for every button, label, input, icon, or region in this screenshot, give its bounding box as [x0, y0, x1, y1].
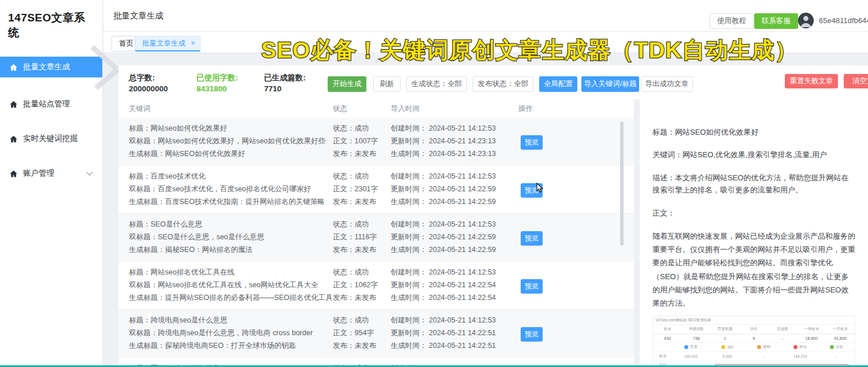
row-updated: 更新时间： 2024-05-21 14:22:54 — [391, 280, 515, 290]
preview-button[interactable]: 预览 — [521, 231, 543, 246]
col-status: 状态 — [333, 104, 391, 114]
engine-corner — [653, 343, 673, 352]
row-gen-time: 生成时间： 2024-05-21 14:22:54 — [391, 292, 515, 303]
import-keywords-button[interactable]: 导入关键词/标题 — [581, 76, 639, 92]
table-row: 标题：网站seo排名优化工具在线 双标题：网站seo排名优化工具在线，seo网站… — [118, 262, 634, 310]
sogou-icon — [757, 345, 761, 349]
mini-value: 738 — [682, 335, 711, 343]
row-updated: 更新时间： 2024-05-21 14:23:13 — [391, 136, 515, 146]
metric-value: 148,234 — [782, 352, 818, 361]
row-updated: 更新时间： 2024-05-21 14:22:59 — [391, 184, 515, 194]
article-table: 关键词 状态 导入时间 操作 标题：网站seo如何优化效果好 双标题：网站seo… — [118, 99, 634, 365]
row-created: 创建时间： 2024-05-21 14:12:53 — [391, 171, 515, 181]
embed-caption: 147seo.com网站的 SEO查询结果 — [653, 316, 855, 324]
mini-value: 18,500 — [797, 335, 826, 343]
clear-articles-button[interactable]: 清空文章 — [844, 74, 868, 88]
preview-button[interactable]: 预览 — [521, 279, 543, 294]
refresh-button[interactable]: 刷新 — [373, 76, 400, 92]
row-gen-time: 生成时间： 2024-05-21 14:22:59 — [391, 197, 515, 207]
mini-value: - — [768, 335, 797, 343]
row-double-title: 双标题：百度seo技术优化，百度seo排名优化公司哪家好 — [129, 184, 333, 194]
generate-status-filter[interactable]: 生成状态：全部 — [406, 76, 467, 92]
baidu-icon — [684, 345, 688, 349]
article-preview-panel: 标题：网站SEO如何优化效果好 关键词：网站SEO,优化效果,搜索引擎排名,流量… — [640, 99, 868, 365]
engine-header-row: 百度 360 搜狗 神马 谷歌 — [653, 343, 855, 352]
row-publish: 发布：未发布 — [333, 197, 391, 207]
col-import-time: 导入时间 — [391, 104, 515, 114]
row-gen-time: 生成时间： 2024-05-21 14:23:13 — [391, 149, 515, 159]
metric-value: 146,000 — [673, 352, 709, 361]
row-title: 标题：跨境电商seo是什么意思 — [129, 315, 333, 325]
row-created: 创建时间： 2024-05-21 14:12:53 — [391, 219, 515, 229]
row-generated-title: 生成标题：探秘跨境电商SEO：打开全球市场的钥匙 — [129, 340, 333, 351]
avatar[interactable] — [798, 13, 814, 28]
row-updated: 更新时间： 2024-05-21 14:22:59 — [391, 232, 515, 242]
vertical-scrollbar[interactable] — [620, 121, 624, 246]
row-words: 正文：1062字 — [333, 280, 391, 290]
row-words: 正文：1007字 — [333, 136, 391, 146]
row-title: 标题：网站seo如何优化效果好 — [129, 123, 333, 134]
export-success-button[interactable]: 导出成功文章 — [641, 76, 693, 92]
engine-sogou: 搜狗 — [745, 343, 782, 352]
start-generate-button[interactable]: 开始生成 — [328, 76, 366, 92]
promo-title: SEO必备！关键词原创文章生成器（TDK自动生成） — [261, 35, 798, 66]
stat-total-words: 总字数: 200000000 — [129, 72, 168, 94]
row-publish: 发布：未发布 — [333, 244, 391, 255]
col-keyword: 关键词 — [118, 104, 333, 114]
engine-shenma: 神马 — [782, 343, 818, 352]
engine-google: 谷歌 — [818, 343, 855, 352]
reset-failed-button[interactable]: 重置失败文章 — [785, 74, 838, 88]
metric-value: - — [673, 361, 709, 365]
row-generated-title: 生成标题：提升网站SEO排名的必备利器——SEO排名优化工具在线 — [129, 292, 333, 303]
mini-header: 收录 — [653, 325, 682, 334]
contact-support-button[interactable]: 联系客服 — [754, 13, 798, 29]
global-config-button[interactable]: 全局配置 — [539, 76, 577, 92]
metric-value: 6,963 — [709, 352, 745, 361]
row-gen-time: 生成时间： 2024-05-21 14:22:59 — [391, 244, 515, 255]
row-publish: 发布：未发布 — [333, 149, 391, 159]
seo-result-screenshot: 147seo.com网站的 SEO查询结果 收录 关键词数 百度权重 排名 反链… — [652, 316, 855, 365]
table-row: 标题：网站seo如何优化效果好 双标题：网站seo如何优化效果好，网站seo如何… — [118, 118, 634, 166]
stat-label: 已生成篇数: — [264, 72, 306, 83]
publish-status-filter[interactable]: 发布状态：全部 — [473, 76, 533, 92]
stat-used-words: 已使用字数: 8431800 — [196, 72, 238, 94]
sidebar-item-account[interactable]: 账户管理 — [0, 163, 102, 184]
preview-button[interactable]: 预览 — [521, 135, 543, 150]
row-title: 标题：百度seo技术优化 — [129, 171, 333, 181]
mouse-cursor — [536, 183, 544, 193]
row-double-title: 双标题：跨境电商seo是什么意思，跨境电商 cross border — [129, 328, 333, 338]
row-double-title: 双标题：网站seo排名优化工具在线，seo网站优化工具大全 — [129, 280, 333, 290]
tab-batch-article[interactable]: 批量文章生成 × — [135, 36, 201, 51]
mini-header: 一周收录 — [797, 325, 826, 334]
mini-value: 1 — [711, 335, 740, 343]
home-icon — [9, 169, 18, 178]
sidebar-item-keyword-mining[interactable]: 实时关键词挖掘 — [0, 128, 102, 149]
col-actions: 操作 — [515, 104, 634, 114]
sidebar-item-batch-article[interactable]: 批量文章生成 — [0, 57, 102, 77]
sidebar-item-label: 批量文章生成 — [23, 62, 70, 72]
metric-value: - — [745, 352, 782, 361]
sidebar-item-batch-site[interactable]: 批量站点管理 — [0, 94, 102, 114]
preview-body-label: 正文： — [652, 207, 855, 219]
mini-header: 一月收录 — [826, 325, 855, 334]
close-icon[interactable]: × — [191, 39, 195, 47]
home-icon — [9, 100, 18, 109]
row-title: 标题：SEO是什么意思 — [129, 219, 333, 229]
breadcrumb: 批量文章生成 — [113, 10, 164, 21]
row-created: 创建时间： 2024-05-21 14:12:53 — [391, 123, 515, 134]
preview-body: 随着互联网的快速发展，网站已经成为企业展示产品和服务的重要平台。仅仅拥有一个美观… — [652, 229, 855, 310]
seo-summary-values: 433 738 1 6 - 18,500 91,600 — [653, 334, 855, 343]
metric-value: - — [818, 352, 855, 361]
sidebar-item-label: 实时关键词挖掘 — [23, 134, 78, 144]
stat-value: 200000000 — [129, 83, 168, 94]
sidebar-item-label: 账户管理 — [23, 168, 54, 179]
preview-button[interactable]: 预览 — [521, 327, 543, 342]
mini-header: 反链数 — [768, 325, 797, 334]
row-title: 标题：网站seo排名优化工具在线 — [129, 267, 333, 277]
engine-360: 360 — [709, 343, 745, 352]
tutorial-button[interactable]: 使用教程 — [710, 13, 754, 29]
table-header: 关键词 状态 导入时间 操作 — [118, 99, 634, 118]
preview-title: 标题：网站SEO如何优化效果好 — [652, 126, 855, 138]
mini-value: 91,600 — [826, 335, 855, 343]
row-double-title: 双标题：SEO是什么意思，seo是什么意思 — [129, 232, 333, 242]
